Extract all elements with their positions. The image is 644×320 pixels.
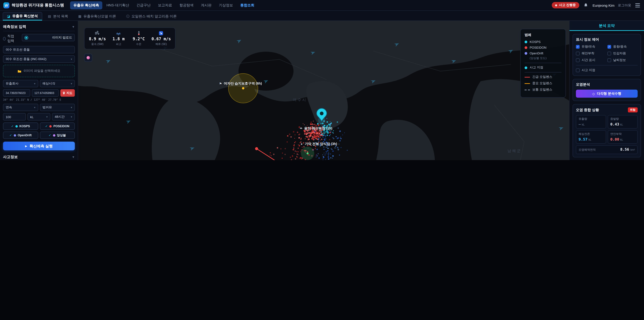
incident-dot-icon <box>524 66 527 69</box>
legend-fence-row: 보통 오일펜스 <box>524 88 562 92</box>
display-option-label: 민감자원 <box>613 51 626 56</box>
model-chip[interactable]: ✓앙상블 <box>40 132 75 139</box>
map-site-label[interactable]: ✦가막 전복 양식장 (3h) <box>300 142 337 146</box>
tab-item[interactable]: ⓘ오일펜스 배치 알고리즘 이론 <box>122 12 181 21</box>
incident-name-input[interactable] <box>3 46 75 53</box>
oil-type-select[interactable]: 벙커유▾ <box>40 104 75 111</box>
nav-item[interactable]: 기상정보 <box>216 1 236 9</box>
hamburger-menu-icon[interactable] <box>634 3 641 8</box>
legend-model-row: POSEIDON <box>524 46 562 49</box>
model-name: OpenDrift <box>18 134 32 137</box>
run-button-label: 확산예측 실행 <box>30 143 53 149</box>
oil-type-value: 벙커유 <box>42 105 52 110</box>
display-option[interactable]: 해안부착 <box>576 51 606 56</box>
chevron-down-icon: ▾ <box>71 58 72 61</box>
amount-input[interactable] <box>3 113 26 121</box>
chevron-down-icon: ▾ <box>71 115 72 118</box>
notification-bell-icon[interactable] <box>582 2 589 9</box>
predict-section-header[interactable]: 예측정보 입력 ▼ <box>3 24 75 31</box>
nav-item[interactable]: 항공탐색 <box>176 1 197 9</box>
area-value: 8.56 <box>620 147 629 152</box>
analysis-summary-tab[interactable]: 분석 요약 <box>570 21 644 31</box>
display-control-title: 표시 정보 제어 <box>576 37 638 42</box>
map-site-label[interactable]: ⚑여자만 습지보호구역 (6h) <box>219 81 262 86</box>
model-chip[interactable]: ✓POSEIDON <box>40 123 75 130</box>
polygon-analysis-button[interactable]: ◇다각형 분석수행 <box>576 90 638 98</box>
checkbox-icon <box>576 58 580 62</box>
model-chip[interactable]: ✓KOSPS <box>3 123 38 130</box>
area-label: 오염해역면적 <box>578 148 619 152</box>
legend-fence-label: 긴급 오일펜스 <box>532 75 552 79</box>
app-brand[interactable]: W 해양환경 위기대응 통합시스템 <box>3 2 64 8</box>
duration-value: 48시간 <box>55 115 64 119</box>
model-name: POSEIDON <box>54 125 70 128</box>
incident-select[interactable]: 여수 유조선 충돌 (INC-0042)▾ <box>3 55 75 63</box>
pollution-cell: 유출량—kL <box>576 115 606 129</box>
radio-image-upload[interactable]: 이미지 업로드 <box>22 34 75 41</box>
time-select[interactable]: 예상시각▾ <box>40 80 75 87</box>
checkbox-icon: ✓ <box>608 45 611 49</box>
radio-icon <box>3 37 6 41</box>
radio-icon <box>24 36 28 40</box>
display-option-label: 날씨정보 <box>613 58 626 62</box>
tab-item[interactable]: ▤분석 목록 <box>44 12 72 21</box>
nav-item[interactable]: 통합조회 <box>237 1 258 9</box>
collapse-chevron-icon[interactable]: ▼ <box>72 25 75 28</box>
weather-label: 해류 (SE) <box>156 42 167 46</box>
map-legend: 범례 KOSPSPOSEIDONOpenDrift (앙상블 모드) 사고 지점… <box>520 29 566 98</box>
map-site-label[interactable]: ☂웅천 해수욕장 (1h) <box>300 126 332 131</box>
risk-badge: 위험 <box>628 107 638 112</box>
time-select-value: 예상시각 <box>42 81 55 86</box>
collapse-chevron-icon[interactable]: ▼ <box>72 155 75 159</box>
incident-live-badge: 사고 진행중 <box>552 2 579 9</box>
tab-bar: ◪유출유 확산분석▤분석 목록▦유출유확산모델 이론ⓘ오일펜스 배치 알고리즘 … <box>0 11 644 21</box>
image-upload-dropzone[interactable]: 이미지 파일을 선택하세요 <box>3 65 75 77</box>
nav-item[interactable]: 긴급구난 <box>133 1 154 9</box>
display-option[interactable]: ✓유향/유속 <box>576 45 606 49</box>
display-option[interactable]: 시간 표시 <box>576 58 606 62</box>
site-label-text: 웅천 해수욕장 (1h) <box>304 126 332 131</box>
nav-item[interactable]: 유출유 확산예측 <box>70 1 102 9</box>
model-dot-icon <box>50 125 52 127</box>
nav-item[interactable]: 게시판 <box>198 1 215 9</box>
radio-direct-input[interactable]: 직접 입력 <box>3 34 17 43</box>
predict-title: 예측정보 입력 <box>3 24 70 29</box>
display-option[interactable]: 민감자원 <box>608 51 638 56</box>
tab-item[interactable]: ▦유출유확산모델 이론 <box>74 12 120 21</box>
model-chip[interactable]: ✓OpenDrift <box>3 132 38 139</box>
duration-select[interactable]: 48시간▾ <box>52 113 75 121</box>
spill-type-select[interactable]: 연속▾ <box>3 104 38 111</box>
pollution-cell-unit: kL <box>620 138 623 141</box>
map-view[interactable]: 8.9 m/s풍속 (SW)1.8 m파고9.2°C수온0.67 m/s해류 (… <box>78 21 569 160</box>
pick-on-map-button[interactable]: 지도 <box>60 89 75 97</box>
tab-label: 유출유 확산분석 <box>12 14 38 19</box>
polygon-button-label: 다각형 분석수행 <box>597 91 621 96</box>
unit-select[interactable]: kL▾ <box>28 113 50 121</box>
draw-tool-button[interactable] <box>84 54 92 62</box>
display-option[interactable]: 날씨정보 <box>608 58 638 62</box>
user-name[interactable]: Eunjeong Kim <box>592 3 614 7</box>
radio-label: 직접 입력 <box>8 34 17 43</box>
map-place-name: 여수시 <box>293 97 307 102</box>
legend-title: 범례 <box>524 33 562 37</box>
incident-point-option[interactable]: 사고 지점 <box>576 68 638 73</box>
latitude-input[interactable] <box>3 89 30 97</box>
incident-section-header[interactable]: 사고정보 ▼ <box>3 154 75 160</box>
longitude-input[interactable] <box>32 89 59 97</box>
nav-item[interactable]: 보고자료 <box>155 1 176 9</box>
legend-model-list: KOSPSPOSEIDONOpenDrift <box>524 40 562 55</box>
left-panel: 예측정보 입력 ▼ 직접 입력 이미지 업로드 여수 유조선 충돌 (INC-0… <box>0 21 78 160</box>
logout-button[interactable]: 로그아웃 <box>618 3 631 8</box>
nav-item[interactable]: HNS·대기확산 <box>103 1 132 9</box>
company-select[interactable]: 유출회사▾ <box>3 80 38 87</box>
display-option[interactable]: ✓풍향/풍속 <box>608 45 638 49</box>
model-dot-icon <box>53 134 55 136</box>
temp-icon <box>136 31 141 36</box>
chevron-down-icon: ▾ <box>34 82 36 85</box>
display-option-label: 해안부착 <box>582 51 594 56</box>
pollution-cell-label: 유출량 <box>578 117 603 121</box>
run-prediction-button[interactable]: ▶확산예측 실행 <box>3 142 75 150</box>
map-place-name: 남해군 <box>508 148 522 153</box>
tab-item[interactable]: ◪유출유 확산분석 <box>3 12 42 21</box>
pollution-cell-label: 연안부착 <box>610 132 635 136</box>
